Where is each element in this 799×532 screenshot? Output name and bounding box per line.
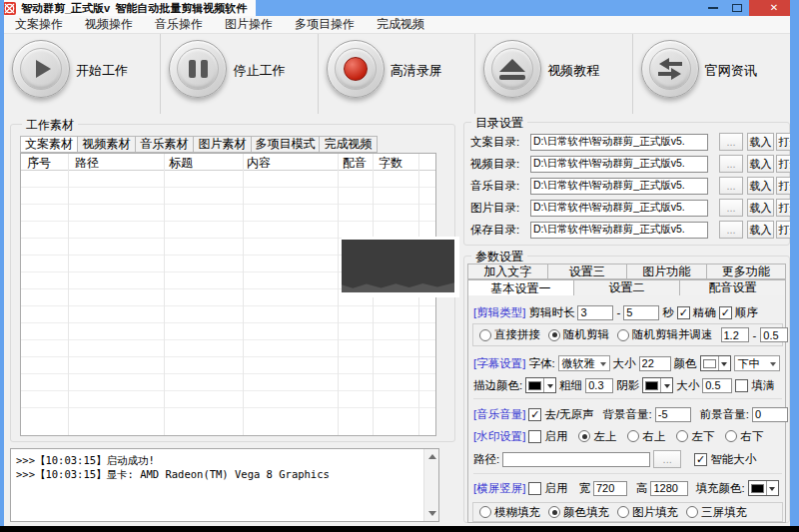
screen-artifact-overlay <box>342 237 459 297</box>
direct-join-radio[interactable] <box>479 329 491 341</box>
font-size-input[interactable] <box>639 356 671 371</box>
menu-item-music-ops[interactable]: 音乐操作 <box>144 16 214 33</box>
menu-item-text-ops[interactable]: 文案操作 <box>4 16 74 33</box>
stroke-weight-input[interactable] <box>585 378 613 393</box>
load-button[interactable]: 载入 <box>747 155 774 173</box>
tab-multiproject-mode[interactable]: 多项目模式 <box>252 136 320 153</box>
watermark-bottomleft-radio[interactable] <box>676 430 688 442</box>
browse-button[interactable]: ... <box>719 221 743 239</box>
image-dir-input[interactable] <box>530 200 708 217</box>
width-input[interactable] <box>593 481 627 496</box>
browse-button[interactable]: ... <box>719 199 743 217</box>
watermark-browse-button[interactable]: ... <box>653 450 681 468</box>
clip-type-tag: [剪辑类型] <box>473 305 525 320</box>
browse-button[interactable]: ... <box>719 133 743 151</box>
smart-size-checkbox[interactable]: ✓ <box>694 453 707 466</box>
stroke-color-select[interactable] <box>525 377 556 393</box>
load-button[interactable]: 载入 <box>747 199 774 217</box>
tab-music-material[interactable]: 音乐素材 <box>136 136 194 153</box>
watermark-topleft-radio[interactable] <box>578 430 590 442</box>
shadow-color-select[interactable] <box>642 377 673 393</box>
shadow-size-label: 大小 <box>676 378 699 393</box>
video-dir-input[interactable] <box>530 156 708 173</box>
tab-image-material[interactable]: 图片素材 <box>194 136 252 153</box>
col-content[interactable]: 内容 <box>247 155 271 172</box>
fill-checkbox[interactable] <box>735 379 748 392</box>
music-dir-input[interactable] <box>530 178 708 195</box>
fill-color-select[interactable] <box>748 480 779 496</box>
scroll-up-button[interactable] <box>424 449 439 464</box>
orientation-enable-label: 启用 <box>544 481 567 496</box>
text-dir-input[interactable] <box>530 134 708 151</box>
exact-checkbox[interactable]: ✓ <box>677 306 690 319</box>
load-button[interactable]: 载入 <box>747 133 774 151</box>
col-voice[interactable]: 配音 <box>343 155 367 172</box>
orientation-enable-checkbox[interactable] <box>528 482 541 495</box>
column-divider <box>164 154 165 435</box>
blur-fill-radio[interactable] <box>479 506 491 518</box>
clip-from-input[interactable] <box>577 305 613 320</box>
sequence-checkbox[interactable]: ✓ <box>719 306 732 319</box>
maximize-button[interactable] <box>725 0 749 16</box>
tab-more-functions[interactable]: 更多功能 <box>707 264 787 279</box>
three-screen-fill-radio[interactable] <box>686 506 698 518</box>
load-button[interactable]: 载入 <box>747 221 774 239</box>
tab-settings-two[interactable]: 设置二 <box>574 279 680 296</box>
browse-button[interactable]: ... <box>719 177 743 195</box>
video-tutorial-button[interactable] <box>483 40 541 98</box>
height-input[interactable] <box>650 481 688 496</box>
col-path[interactable]: 路径 <box>75 155 99 172</box>
font-select[interactable]: 微软雅 <box>558 355 610 371</box>
random-clip-radio[interactable] <box>548 329 560 341</box>
bg-volume-input[interactable] <box>655 407 691 422</box>
font-size-label: 大小 <box>613 356 636 371</box>
watermark-topright-radio[interactable] <box>627 430 639 442</box>
stop-work-button[interactable] <box>169 40 227 98</box>
fg-volume-input[interactable] <box>752 407 788 422</box>
menu-item-image-ops[interactable]: 图片操作 <box>214 16 284 33</box>
mute-original-checkbox[interactable]: ✓ <box>528 408 541 421</box>
font-color-select[interactable] <box>700 355 731 371</box>
toolbar-group-news: 官网资讯 <box>633 34 790 114</box>
tab-video-material[interactable]: 视频素材 <box>78 136 136 153</box>
minimize-button[interactable] <box>701 0 725 16</box>
col-wordcount[interactable]: 字数 <box>379 155 402 172</box>
tab-add-text[interactable]: 加入文字 <box>467 264 548 279</box>
smart-size-label: 智能大小 <box>710 452 756 467</box>
menu-item-multiproject-ops[interactable]: 多项目操作 <box>284 16 366 33</box>
scroll-down-button[interactable] <box>424 506 439 521</box>
random-clip-speed-radio[interactable] <box>617 329 629 341</box>
clip-to-input[interactable] <box>623 305 659 320</box>
watermark-enable-checkbox[interactable] <box>528 430 541 443</box>
menu-item-finished-video[interactable]: 完成视频 <box>366 16 435 33</box>
tab-image-functions[interactable]: 图片功能 <box>627 264 707 279</box>
hd-record-button[interactable] <box>327 40 385 98</box>
stroke-color-label: 描边颜色: <box>473 378 522 393</box>
shadow-size-input[interactable] <box>702 378 732 393</box>
col-index[interactable]: 序号 <box>27 155 51 172</box>
official-news-button[interactable] <box>641 40 699 98</box>
tab-settings-three[interactable]: 设置三 <box>548 264 628 279</box>
watermark-bottomright-radio[interactable] <box>725 430 737 442</box>
tab-text-material[interactable]: 文案素材 <box>20 136 78 153</box>
watermark-path-input[interactable] <box>502 452 650 467</box>
start-work-button[interactable] <box>12 40 70 98</box>
button-face <box>491 48 533 90</box>
browse-button[interactable]: ... <box>719 155 743 173</box>
col-title[interactable]: 标题 <box>169 155 193 172</box>
dash: - <box>616 306 620 318</box>
log-box: >>>【10:03:15】启动成功! >>>【10:03:15】显卡: AMD … <box>10 448 439 522</box>
menu-item-video-ops[interactable]: 视频操作 <box>74 16 144 33</box>
tab-finished-video[interactable]: 完成视频 <box>320 136 378 153</box>
image-fill-radio[interactable] <box>617 506 629 518</box>
subtitle-position-select[interactable]: 下中 <box>734 355 780 371</box>
load-button[interactable]: 载入 <box>747 177 774 195</box>
color-fill-radio[interactable] <box>548 506 560 518</box>
tab-basic-settings-one[interactable]: 基本设置一 <box>467 279 574 296</box>
speed-to-input[interactable] <box>760 327 788 342</box>
tab-voice-settings[interactable]: 配音设置 <box>680 279 786 296</box>
save-dir-input[interactable] <box>530 222 708 239</box>
start-work-label: 开始工作 <box>76 62 128 80</box>
speed-from-input[interactable] <box>721 327 749 342</box>
log-scrollbar[interactable] <box>423 449 438 521</box>
